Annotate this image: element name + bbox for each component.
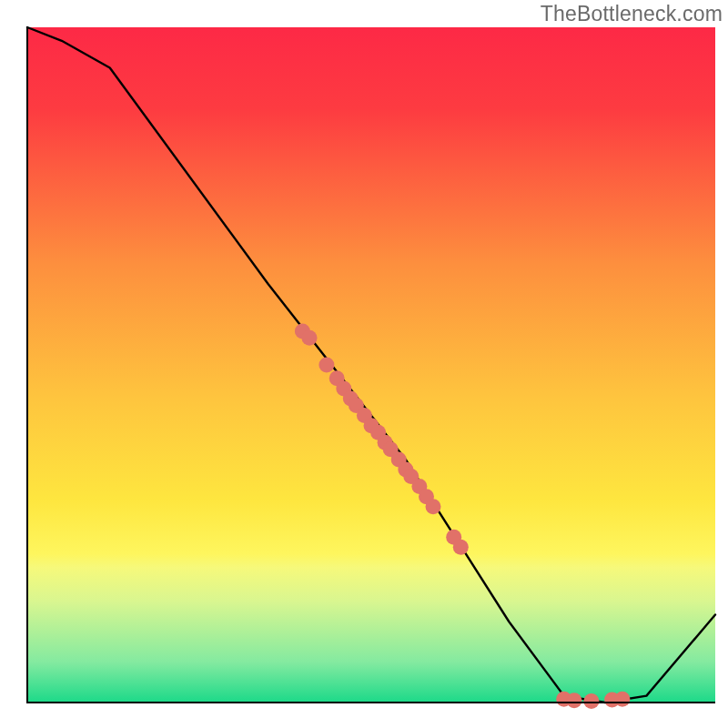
data-point [567, 693, 582, 708]
data-point [302, 330, 318, 346]
plot-background [27, 27, 715, 703]
chart-stage: TheBottleneck.com [0, 0, 728, 728]
watermark-text: TheBottleneck.com [541, 2, 723, 26]
data-point [583, 693, 599, 709]
data-point [614, 692, 630, 707]
chart-canvas [0, 0, 728, 728]
data-point [453, 540, 469, 555]
data-point [318, 358, 334, 373]
data-point [426, 499, 441, 514]
